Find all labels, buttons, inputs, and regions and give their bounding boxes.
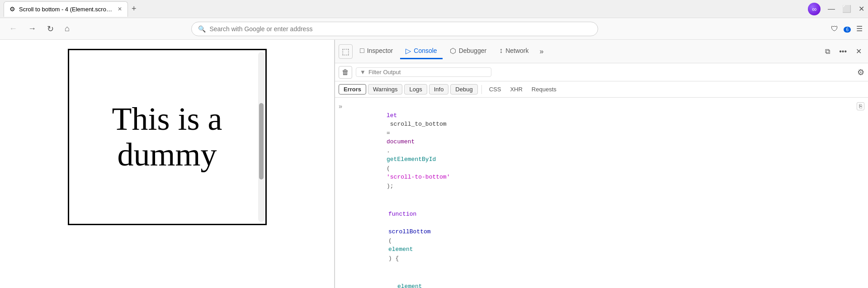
tab-close-button[interactable]: ✕ bbox=[118, 6, 122, 12]
close-button[interactable]: ✕ bbox=[859, 5, 864, 13]
console-icon: ▷ bbox=[406, 47, 411, 55]
scroll-to-bottom-button[interactable]: ⎘ bbox=[857, 102, 864, 110]
address-bar[interactable]: 🔍 bbox=[191, 22, 598, 36]
debugger-icon: ⬡ bbox=[450, 47, 456, 55]
clear-console-button[interactable]: 🗑 bbox=[339, 66, 352, 79]
content-box: This is a dummy bbox=[68, 49, 267, 225]
maximize-button[interactable]: ⬜ bbox=[842, 5, 851, 13]
console-command-line: » let scroll_to_bottom = document . getE… bbox=[335, 101, 868, 200]
code-line-1: let scroll_to_bottom = document . getEle… bbox=[351, 102, 450, 199]
scrollbar-track bbox=[258, 52, 264, 222]
browser-tab[interactable]: ⚙ Scroll to bottom - 4 (Element.scro… ✕ bbox=[4, 1, 128, 17]
filter-buttons: Errors Warnings Logs Info Debug CSS XHR … bbox=[335, 81, 868, 98]
more-tabs-button[interactable]: » bbox=[536, 46, 547, 57]
tab-title: Scroll to bottom - 4 (Element.scro… bbox=[19, 6, 112, 13]
main-area: This is a dummy ⬚ □ Inspector ▷ Console bbox=[0, 40, 868, 288]
window-controls: ∞ — ⬜ ✕ bbox=[808, 3, 864, 15]
title-bar: ⚙ Scroll to bottom - 4 (Element.scro… ✕ … bbox=[0, 0, 868, 18]
new-tab-button[interactable]: + bbox=[128, 2, 140, 15]
filter-errors-button[interactable]: Errors bbox=[339, 84, 366, 94]
filter-icon: ▼ bbox=[360, 69, 366, 76]
badge: 6 bbox=[844, 27, 851, 33]
filter-logs-button[interactable]: Logs bbox=[404, 84, 427, 94]
filter-css-button[interactable]: CSS bbox=[486, 85, 505, 94]
tab-network[interactable]: ↕ Network bbox=[494, 44, 534, 59]
filter-xhr-button[interactable]: XHR bbox=[506, 85, 526, 94]
code-function-body: element . scroll ({ top : element . scro… bbox=[335, 273, 868, 288]
code-line-3: element . scroll ({ top : element . scro… bbox=[362, 274, 440, 288]
devtools-panel: ⬚ □ Inspector ▷ Console ⬡ Debugger ↕ Net… bbox=[335, 40, 868, 288]
filter-requests-button[interactable]: Requests bbox=[528, 85, 560, 94]
tab-debugger[interactable]: ⬡ Debugger bbox=[444, 44, 492, 59]
forward-button[interactable]: → bbox=[24, 22, 40, 35]
filter-input[interactable] bbox=[368, 69, 444, 76]
back-button[interactable]: ← bbox=[5, 22, 21, 35]
scrollbar-thumb[interactable] bbox=[259, 103, 264, 179]
content-text: This is a dummy bbox=[112, 101, 222, 173]
console-settings-button[interactable]: ⚙ bbox=[857, 67, 864, 77]
minimize-button[interactable]: — bbox=[828, 5, 835, 13]
devtools-toolbar: ⬚ □ Inspector ▷ Console ⬡ Debugger ↕ Net… bbox=[335, 40, 868, 63]
network-label: Network bbox=[505, 47, 528, 54]
debugger-label: Debugger bbox=[459, 47, 487, 54]
devtools-right-controls: ⧉ ••• ✕ bbox=[822, 45, 864, 57]
console-label: Console bbox=[414, 47, 437, 54]
inspector-label: Inspector bbox=[367, 47, 393, 54]
tab-favicon: ⚙ bbox=[9, 5, 15, 13]
firefox-account-icon[interactable]: ∞ bbox=[808, 3, 821, 15]
console-output[interactable]: » let scroll_to_bottom = document . getE… bbox=[335, 98, 868, 288]
browser-content: This is a dummy bbox=[0, 40, 335, 288]
filter-debug-button[interactable]: Debug bbox=[450, 84, 477, 94]
address-input[interactable] bbox=[209, 25, 591, 33]
menu-button[interactable]: ☰ bbox=[856, 24, 863, 33]
refresh-button[interactable]: ↻ bbox=[43, 22, 57, 36]
filter-info-button[interactable]: Info bbox=[429, 84, 449, 94]
nav-bar: ← → ↻ ⌂ 🔍 🛡 6 ☰ bbox=[0, 18, 868, 40]
nav-right: 🛡 6 ☰ bbox=[831, 24, 863, 33]
inspector-icon: □ bbox=[360, 47, 364, 55]
extensions-button[interactable]: 6 bbox=[844, 25, 851, 33]
pick-element-button[interactable]: ⬚ bbox=[339, 44, 353, 59]
filter-separator bbox=[481, 85, 482, 94]
network-icon: ↕ bbox=[499, 47, 503, 55]
filter-warnings-button[interactable]: Warnings bbox=[368, 84, 402, 94]
devtools-close-button[interactable]: ✕ bbox=[853, 45, 864, 57]
dock-button[interactable]: ⧉ bbox=[822, 46, 833, 57]
shield-button[interactable]: 🛡 bbox=[831, 25, 838, 33]
code-line-2: function scrollBottom ( element ) { bbox=[353, 201, 431, 272]
tab-inspector[interactable]: □ Inspector bbox=[354, 44, 398, 59]
code-function-start: function scrollBottom ( element ) { bbox=[335, 200, 868, 273]
console-prompt: » bbox=[339, 102, 348, 112]
search-icon: 🔍 bbox=[198, 25, 206, 33]
filter-input-container[interactable]: ▼ bbox=[356, 67, 491, 77]
tab-console[interactable]: ▷ Console bbox=[400, 44, 442, 59]
home-button[interactable]: ⌂ bbox=[61, 22, 73, 35]
console-toolbar: 🗑 ▼ ⚙ bbox=[335, 63, 868, 81]
devtools-options-button[interactable]: ••• bbox=[836, 46, 849, 57]
